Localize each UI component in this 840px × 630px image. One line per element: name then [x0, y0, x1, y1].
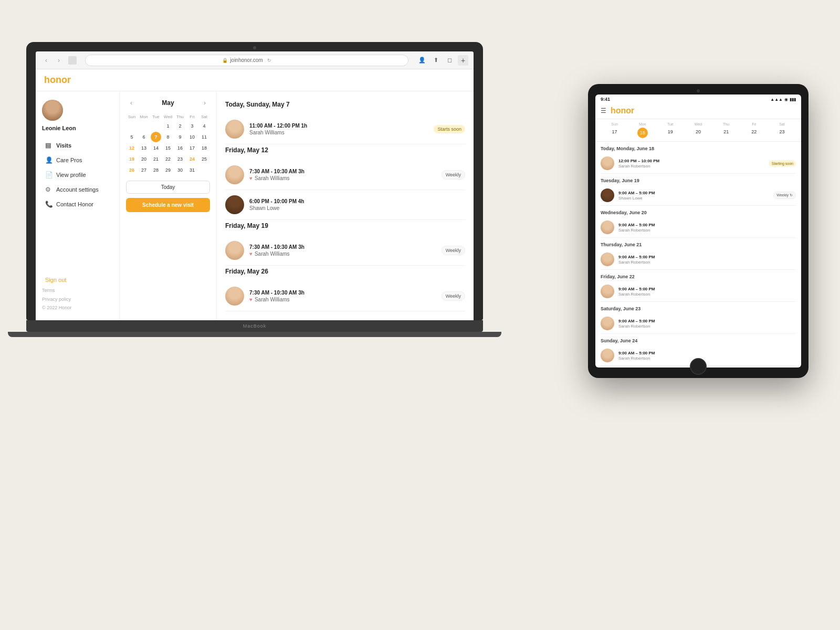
cal-day-30[interactable]: 30: [175, 165, 185, 175]
ipad-visit-avatar: [601, 317, 614, 330]
cal-day-10[interactable]: 10: [187, 132, 197, 142]
care-pros-icon: 👤: [45, 156, 52, 164]
ipad-section-tue19: Tuesday, June 19: [601, 174, 796, 185]
cal-day-28[interactable]: 28: [151, 165, 161, 175]
ipad-honor-logo: honor: [611, 106, 634, 116]
sidebar-nav: ▤ Visits 👤 Care Pros 📄 View profile: [42, 139, 113, 269]
cal-day-empty: [127, 121, 137, 131]
ipad-visit-card: 9:00 AM – 5:00 PM Sarah Robertson: [601, 249, 796, 270]
cal-day-14[interactable]: 14: [151, 143, 161, 153]
macbook-bezel: ‹ › 🔒 joinhonor.com ↻ 👤 ⬆ ◻ + ho: [26, 42, 483, 320]
ipad-visit-info: 9:00 AM – 5:00 PM Sarah Robertson: [618, 255, 796, 265]
cal-day-13[interactable]: 13: [139, 143, 149, 153]
hamburger-icon[interactable]: ☰: [601, 107, 606, 114]
forward-button[interactable]: ›: [54, 55, 64, 66]
sidebar-item-visits[interactable]: ▤ Visits: [42, 139, 113, 152]
cal-day-31[interactable]: 31: [187, 165, 197, 175]
user-name: Leonie Leon: [42, 125, 113, 131]
visit-info: 6:00 PM - 10:00 PM 4h Shawn Lowe: [249, 198, 465, 211]
cal-day-19[interactable]: 19: [127, 154, 137, 164]
cal-day-11[interactable]: 11: [199, 132, 209, 142]
bookmark-icon[interactable]: ◻: [444, 55, 455, 66]
calendar-next-button[interactable]: ›: [200, 98, 210, 108]
visit-time: 11:00 AM - 12:00 PM 1h: [249, 123, 428, 129]
ipad-cal-day-20[interactable]: 20: [684, 128, 712, 138]
calendar-prev-button[interactable]: ‹: [126, 98, 136, 108]
ipad-cal-day-19[interactable]: 19: [656, 128, 684, 138]
ipad-home-button[interactable]: [690, 358, 707, 375]
sidebar-item-view-profile[interactable]: 📄 View profile: [42, 168, 113, 182]
profile-icon[interactable]: 👤: [417, 55, 427, 66]
ipad-cal-day-17[interactable]: 17: [601, 128, 628, 138]
cal-day-23[interactable]: 23: [175, 154, 185, 164]
cal-day-17[interactable]: 17: [187, 143, 197, 153]
ipad-section-wed20: Wednesday, June 20: [601, 206, 796, 217]
user-avatar: [42, 100, 63, 121]
cal-day-20[interactable]: 20: [139, 154, 149, 164]
ipad-cal-day-23[interactable]: 23: [768, 128, 796, 138]
sidebar-item-care-pros[interactable]: 👤 Care Pros: [42, 153, 113, 167]
section-header-may19: Friday, May 19: [225, 222, 465, 229]
cal-day-16[interactable]: 16: [175, 143, 185, 153]
lock-icon: 🔒: [222, 58, 228, 63]
share-icon[interactable]: ⬆: [430, 55, 441, 66]
visit-info: 7:30 AM - 10:30 AM 3h ♥ Sarah Williams: [249, 169, 436, 181]
ipad-visit-info: 9:00 AM – 5:00 PM Shawn Lowe: [618, 191, 769, 201]
cal-day-27[interactable]: 27: [139, 165, 149, 175]
ipad-visit-time: 9:00 AM – 5:00 PM: [618, 319, 796, 323]
profile-doc-icon: 📄: [45, 171, 52, 178]
cal-day-2[interactable]: 2: [175, 121, 185, 131]
terms-link[interactable]: Terms: [42, 286, 113, 295]
macbook-base: [26, 320, 483, 332]
visit-info: 11:00 AM - 12:00 PM 1h Sarah Williams: [249, 123, 428, 135]
cal-day-9[interactable]: 9: [175, 132, 185, 142]
cal-header-sat: Sat: [198, 113, 210, 120]
ipad-cal-day-22[interactable]: 22: [740, 128, 768, 138]
ipad-cal-day-18-today[interactable]: 18: [637, 128, 648, 138]
cal-day-8[interactable]: 8: [163, 132, 173, 142]
cal-day-25[interactable]: 25: [199, 154, 209, 164]
ipad-visit-time: 9:00 AM – 5:00 PM: [618, 191, 769, 195]
signal-bars: ▲▲▲: [770, 97, 783, 102]
app-content: Leonie Leon ▤ Visits 👤 Care Pros 📄 Vie: [36, 91, 474, 320]
cal-day-15[interactable]: 15: [163, 143, 173, 153]
ipad-visit-time: 12:00 PM – 10:00 PM: [618, 159, 765, 163]
cal-day-4[interactable]: 4: [199, 121, 209, 131]
cal-header-tue: Tue: [150, 113, 162, 120]
sidebar-item-contact-honor[interactable]: 📞 Contact Honor: [42, 197, 113, 211]
cal-day-24[interactable]: 24: [187, 154, 197, 164]
cal-day-empty: [139, 121, 149, 131]
ipad-cal-day-21[interactable]: 21: [712, 128, 740, 138]
schedule-visit-button[interactable]: Schedule a new visit: [126, 198, 210, 212]
refresh-icon[interactable]: ↻: [267, 58, 271, 63]
cal-day-7-today[interactable]: 7: [151, 132, 161, 142]
visit-time: 6:00 PM - 10:00 PM 4h: [249, 198, 465, 204]
cal-day-5[interactable]: 5: [127, 132, 137, 142]
cal-day-29[interactable]: 29: [163, 165, 173, 175]
new-tab-button[interactable]: +: [458, 55, 468, 66]
cal-day-1[interactable]: 1: [163, 121, 173, 131]
sidebar-item-account-settings[interactable]: ⚙ Account settings: [42, 183, 113, 196]
ipad-visit-time: 9:00 AM – 5:00 PM: [618, 287, 796, 291]
back-button[interactable]: ‹: [41, 55, 51, 66]
cal-day-26[interactable]: 26: [127, 165, 137, 175]
cal-day-22[interactable]: 22: [163, 154, 173, 164]
cal-day-12[interactable]: 12: [127, 143, 137, 153]
ipad-visit-name: Sarah Robertson: [618, 260, 796, 265]
cal-day-21[interactable]: 21: [151, 154, 161, 164]
cal-day-6[interactable]: 6: [139, 132, 149, 142]
today-button[interactable]: Today: [126, 181, 210, 194]
visit-time: 7:30 AM - 10:30 AM 3h: [249, 169, 436, 174]
ipad-visit-time: 9:00 AM – 5:00 PM: [618, 351, 796, 355]
visits-panel: Today, Sunday, May 7 11:00 AM - 12:00 PM…: [217, 91, 474, 320]
ipad-time: 9:41: [601, 97, 610, 102]
ipad-cal-mon: Mon: [628, 122, 656, 128]
sidebar-account-settings-label: Account settings: [56, 186, 99, 193]
url-bar[interactable]: 🔒 joinhonor.com ↻: [85, 55, 408, 66]
cal-day-18[interactable]: 18: [199, 143, 209, 153]
ipad-visit-badge: Starting soon: [769, 161, 796, 166]
macbook: ‹ › 🔒 joinhonor.com ↻ 👤 ⬆ ◻ + ho: [26, 42, 483, 346]
cal-day-3[interactable]: 3: [187, 121, 197, 131]
privacy-link[interactable]: Privacy policy: [42, 295, 113, 303]
sign-out-button[interactable]: Sign out: [42, 274, 113, 286]
